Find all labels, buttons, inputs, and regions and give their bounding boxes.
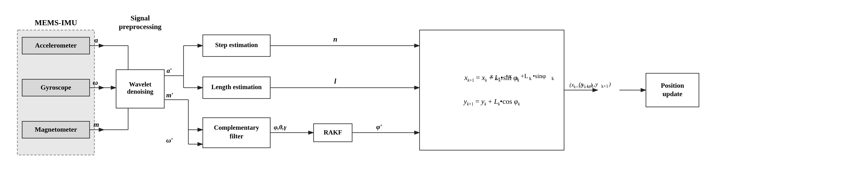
imu-title: MEMS-IMU [35,18,77,27]
svg-rect-1 [17,30,94,155]
eq1-sin: •sinφ [533,73,546,79]
var-omega: ω [93,78,98,86]
svg-rect-15 [116,70,164,108]
var-a: a [94,36,98,44]
comp-filter-label2: filter [230,133,244,140]
svg-rect-27 [203,77,270,99]
equation-2: yk+1 = yk + Lk•cos φk [464,97,520,107]
var-l: l [334,77,337,85]
output-label: (x [579,81,583,87]
accelerometer-label: Accelerometer [35,42,77,49]
eq1: x [490,73,494,79]
var-phi-theta-gamma: φ,θ,γ [274,124,287,131]
var-m-prime: m′ [166,91,174,99]
svg-rect-4 [22,121,90,138]
output-coord-label: (xk+1,yk+1) [564,82,598,89]
step-est-label: Step estimation [215,41,258,48]
eq1-plus: +L [521,73,528,79]
diagram-container: MEMS-IMU Accelerometer Gyroscope Magneto… [10,6,858,179]
eq1-sub4: k [552,76,554,81]
wavelet-label-line1: Wavelet [129,81,152,88]
var-phi-prime: φ′ [376,123,382,131]
length-est-label: Length estimation [211,83,261,90]
svg-rect-26 [203,35,270,57]
eq1-sub2: k [516,76,518,81]
svg-rect-39 [646,73,699,107]
var-n: n [333,35,337,43]
output-paren: ) [608,81,611,87]
var-m: m [93,120,99,128]
comp-filter-label1: Complementary [214,124,259,131]
eq1-sub3: k [529,76,531,81]
preproc-title-line2: preprocessing [119,23,161,31]
var-omega-prime: ω′ [166,137,173,144]
pos-update-label1: Position [661,82,684,89]
equation-1: xk+1 = xk + Lk•sin φk [464,74,519,83]
var-a-prime: a′ [167,67,172,74]
magnetometer-label: Magnetometer [35,126,77,133]
eq1-equals: =x [505,73,512,79]
rakf-label: RAKF [324,129,342,136]
output-sub: k+1 [587,84,594,89]
output-sub2: k+1 [601,84,608,89]
preproc-title-line1: Signal [130,14,150,22]
svg-rect-2 [22,37,90,54]
output-comma: ,y [594,81,598,87]
wavelet-label-line2: denoising [127,88,153,95]
svg-rect-34 [420,30,564,150]
svg-rect-3 [22,79,90,96]
equations-overlay: xk+1 = xk + Lk•sin φk yk+1 = yk + Lk•cos… [420,30,564,150]
gyroscope-label: Gyroscope [40,84,71,91]
eq1-sub: k+1 [495,76,503,81]
pos-update-label2: update [662,90,682,98]
svg-rect-28 [203,118,270,148]
svg-rect-32 [314,124,352,142]
